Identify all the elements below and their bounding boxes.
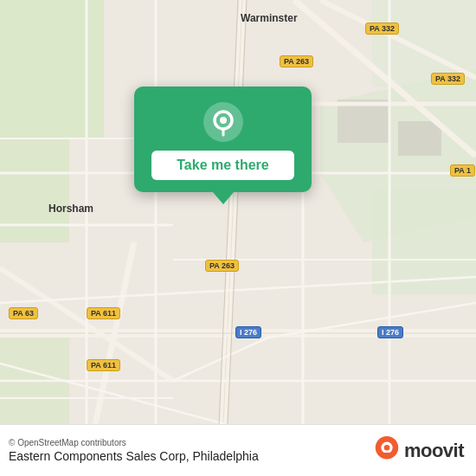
bottom-bar: © OpenStreetMap contributors Eastern Com… <box>0 424 476 476</box>
svg-rect-2 <box>0 138 69 242</box>
road-badge-pa263-1: PA 263 <box>280 55 313 68</box>
attribution-text: © OpenStreetMap contributors <box>9 438 259 447</box>
svg-rect-8 <box>398 121 441 156</box>
road-badge-pa1: PA 1 <box>450 164 475 177</box>
road-badge-pa263-2: PA 263 <box>205 260 239 272</box>
road-badge-pa332-1: PA 332 <box>365 23 399 35</box>
road-badge-i276-1: I 276 <box>235 326 261 338</box>
bottom-left: © OpenStreetMap contributors Eastern Com… <box>9 438 259 463</box>
moovit-logo: moovit <box>375 436 464 466</box>
svg-rect-1 <box>0 0 104 138</box>
road-badge-pa611-2: PA 611 <box>87 359 120 371</box>
location-text: Eastern Components Sales Corp, Philadelp… <box>9 449 259 463</box>
road-badge-i276-2: I 276 <box>377 326 403 338</box>
road-badge-pa611-1: PA 611 <box>87 307 120 319</box>
take-me-there-button[interactable]: Take me there <box>151 151 294 180</box>
road-badge-pa332-2: PA 332 <box>431 73 465 85</box>
place-label-warminster: Warminster <box>241 12 298 24</box>
svg-point-40 <box>384 444 390 450</box>
moovit-wordmark: moovit <box>404 440 464 462</box>
moovit-pin-icon <box>375 436 399 466</box>
pin-icon <box>203 102 243 142</box>
svg-point-36 <box>220 117 227 124</box>
map-view: Warminster Horsham PA 332 PA 263 PA 332 … <box>0 0 476 424</box>
road-badge-pa63: PA 63 <box>9 307 38 319</box>
location-popup: Take me there <box>134 87 312 192</box>
place-label-horsham: Horsham <box>48 203 93 215</box>
